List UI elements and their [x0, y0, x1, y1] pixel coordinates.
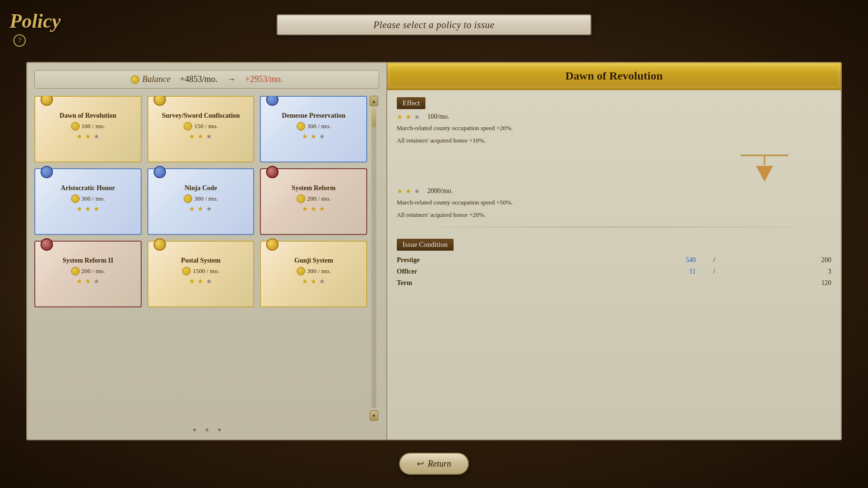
scroll-roll: [41, 238, 53, 251]
help-button[interactable]: ?: [13, 34, 26, 47]
policy-grid-wrapper: Dawn of Revolution 100 / mo. ★★★ Survey/…: [34, 96, 379, 421]
card-cost-value: 200 / mo.: [82, 267, 105, 275]
star: ★: [188, 132, 196, 140]
card-title: Gunji System: [294, 257, 333, 265]
svg-marker-3: [756, 166, 773, 182]
star: ★: [206, 277, 213, 285]
star: ★: [310, 277, 318, 285]
scroll-roll: [154, 238, 166, 251]
current-effect-desc-1: March-related county occupation speed +2…: [397, 123, 831, 133]
current-effect-desc-2: All retainers' acquired honor +10%.: [397, 136, 831, 145]
scroll-decoration: [40, 165, 53, 179]
scroll-decoration: [40, 238, 53, 251]
coin-icon: [182, 267, 191, 275]
policy-card-demesne-preservation[interactable]: Demesne Preservation 300 / mo. ★★★: [260, 96, 367, 163]
scroll-thumb[interactable]: [372, 108, 376, 127]
policy-grid: Dawn of Revolution 100 / mo. ★★★ Survey/…: [34, 96, 379, 307]
card-title: System Reform II: [62, 257, 114, 265]
star: ★: [75, 205, 83, 213]
card-cost-value: 300 / mo.: [307, 267, 331, 275]
scroll-decoration: [153, 238, 166, 251]
card-title: Aristocratic Honor: [61, 184, 115, 193]
card-cost-value: 200 / mo.: [307, 195, 331, 203]
policy-card-survey-sword-confiscation[interactable]: Survey/Sword Confiscation 150 / mo. ★★★: [147, 96, 255, 163]
upgraded-effect-cost: 2000/mo.: [427, 187, 453, 195]
coin-icon: [131, 75, 139, 84]
term-required: 120: [731, 277, 831, 289]
coin-icon: [297, 122, 305, 131]
card-cost: 150 / mo.: [184, 122, 217, 131]
effect-label: Effect: [397, 97, 425, 109]
card-cost: 1500 / mo.: [182, 267, 219, 275]
scroll-roll: [266, 238, 279, 251]
card-title: Dawn of Revolution: [60, 112, 116, 120]
scroll-decoration: [266, 165, 279, 179]
balance-current: +4853/mo.: [180, 74, 217, 84]
upgrade-lines-svg: [736, 151, 793, 182]
star: ★: [301, 277, 309, 285]
policy-card-gunji-system[interactable]: Gunji System 300 / mo. ★★★: [260, 241, 367, 307]
star-u2: ★: [405, 187, 413, 195]
current-effect-row: ★ ★ ★ 100/mo.: [397, 113, 831, 121]
scroll-roll: [266, 96, 279, 106]
star: ★: [319, 132, 326, 140]
prestige-label: Prestige: [397, 254, 597, 266]
card-title: Demesne Preservation: [282, 112, 345, 120]
card-cost-value: 100 / mo.: [82, 122, 105, 130]
star: ★: [301, 132, 309, 140]
scroll-decoration: [153, 165, 166, 179]
policy-card-dawn-of-revolution[interactable]: Dawn of Revolution 100 / mo. ★★★: [34, 96, 142, 163]
star: ★: [75, 277, 83, 285]
policy-card-aristocratic-honor[interactable]: Aristocratic Honor 300 / mo. ★★★: [34, 168, 142, 235]
condition-term: Term 120: [397, 277, 831, 289]
card-cost: 300 / mo.: [297, 122, 331, 131]
effect-section: Effect ★ ★ ★ 100/mo. March-related count…: [397, 97, 831, 219]
scroll-down-button[interactable]: ▼: [370, 410, 378, 421]
policy-card-system-reform-ii[interactable]: System Reform II 200 / mo. ★★★: [34, 241, 142, 307]
issue-condition-label: Issue Condition: [397, 239, 454, 251]
term-label: Term: [397, 277, 597, 289]
officer-current: 11: [597, 266, 697, 277]
coin-icon: [184, 194, 192, 203]
scroll-roll: [154, 96, 166, 106]
star: ★: [84, 132, 92, 140]
upgraded-effect-desc-2: All retainers' acquired honor +20%.: [397, 210, 831, 220]
coin-icon: [71, 267, 80, 275]
star: ★: [310, 205, 318, 213]
star: ★: [84, 205, 92, 213]
star: ★: [188, 277, 196, 285]
coin-icon: [71, 122, 80, 131]
scrollbar[interactable]: ▲ ▼: [370, 96, 378, 421]
policy-card-postal-system[interactable]: Postal System 1500 / mo. ★★★: [147, 241, 255, 307]
scroll-roll: [41, 96, 53, 106]
coin-icon: [184, 122, 192, 131]
star: ★: [197, 132, 205, 140]
star: ★: [93, 132, 100, 140]
divider: [397, 227, 831, 227]
condition-officer: Officer 11 / 3: [397, 266, 831, 277]
card-cost: 300 / mo.: [184, 194, 217, 203]
balance-arrow: →: [227, 74, 236, 84]
star: ★: [75, 132, 83, 140]
bottom-decoration: [34, 426, 379, 432]
officer-label: Officer: [397, 266, 597, 277]
return-button[interactable]: ↩ Return: [399, 453, 469, 475]
page-title: Policy: [10, 10, 61, 32]
card-cost-value: 300 / mo.: [194, 195, 217, 203]
scroll-up-button[interactable]: ▲: [370, 96, 378, 106]
term-separator: [698, 277, 731, 289]
star: ★: [188, 205, 196, 213]
card-title: Postal System: [181, 257, 221, 265]
card-cost-value: 300 / mo.: [307, 122, 331, 130]
card-cost-value: 1500 / mo.: [193, 267, 219, 275]
scroll-roll: [154, 166, 166, 178]
star: ★: [319, 277, 326, 285]
star: ★: [84, 277, 92, 285]
officer-required: 3: [731, 266, 831, 277]
card-cost: 300 / mo.: [71, 194, 105, 203]
policy-card-ninja-code[interactable]: Ninja Code 300 / mo. ★★★: [147, 168, 255, 235]
card-title: Survey/Sword Confiscation: [162, 112, 240, 120]
star: ★: [301, 205, 309, 213]
scroll-track[interactable]: [372, 108, 376, 408]
policy-card-system-reform[interactable]: System Reform 200 / mo. ★★★: [260, 168, 367, 235]
